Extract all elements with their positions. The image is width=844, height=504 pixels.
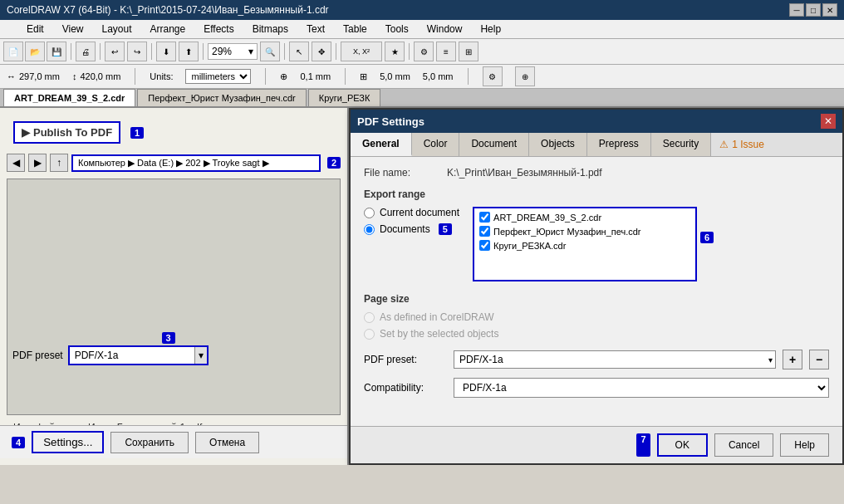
menu-bitmaps[interactable]: Bitmaps bbox=[248, 22, 293, 37]
import-btn[interactable]: ⬇ bbox=[156, 42, 176, 61]
menu-text[interactable]: Text bbox=[302, 22, 330, 37]
y-value: 5,0 mm bbox=[423, 71, 454, 81]
dialog-ok-btn[interactable]: OK bbox=[657, 433, 708, 457]
set-by-option: Set by the selected objects bbox=[364, 328, 829, 340]
dialog-cancel-btn[interactable]: Cancel bbox=[714, 433, 773, 457]
dtab-general[interactable]: General bbox=[351, 133, 412, 156]
menu-layout[interactable]: Layout bbox=[96, 22, 136, 37]
sep6 bbox=[336, 43, 336, 60]
menu-effects[interactable]: Effects bbox=[199, 22, 238, 37]
minimize-btn[interactable]: ─ bbox=[789, 3, 804, 17]
compatibility-row: Compatibility: PDF/X-1a bbox=[364, 378, 829, 398]
publish-to-pdf-btn[interactable]: ▶ Publish To PDF bbox=[13, 121, 120, 144]
dialog-help-btn[interactable]: Help bbox=[780, 433, 829, 457]
export-range-options: Current document Documents 5 bbox=[364, 207, 459, 235]
save-file-btn[interactable]: Сохранить bbox=[110, 432, 189, 453]
sep1 bbox=[71, 43, 71, 60]
dtab-prepress[interactable]: Prepress bbox=[587, 133, 651, 156]
menu-edit[interactable]: Edit bbox=[22, 22, 49, 37]
dtab-security[interactable]: Security bbox=[651, 133, 711, 156]
dialog-preset-label: PDF preset: bbox=[364, 354, 447, 365]
dialog-filename-value: K:\_Print\Иван_Безымянный-1.pdf bbox=[447, 167, 829, 179]
redo-btn[interactable]: ↪ bbox=[127, 42, 147, 61]
nav-fwd-btn[interactable]: ▶ bbox=[28, 154, 47, 172]
dtab-issue[interactable]: ⚠ 1 Issue bbox=[711, 133, 773, 156]
dialog-title-text: PDF Settings bbox=[357, 115, 424, 128]
layout-btn[interactable]: ⊞ bbox=[459, 42, 478, 61]
menu-help[interactable]: Help bbox=[475, 22, 506, 37]
new-btn[interactable]: 📄 bbox=[3, 42, 23, 61]
nav-path: Компьютер ▶ Data (E:) ▶ 202 ▶ Troyke sag… bbox=[71, 154, 321, 172]
export-btn[interactable]: ⬆ bbox=[179, 42, 199, 61]
current-doc-radio[interactable] bbox=[364, 208, 375, 218]
x-coord: X, X² bbox=[341, 42, 382, 61]
menu-window[interactable]: Window bbox=[422, 22, 468, 37]
preset-dropdown-arrow[interactable]: ▾ bbox=[194, 347, 207, 364]
as-defined-label: As defined in CorelDRAW bbox=[380, 311, 494, 323]
align-btn[interactable]: ≡ bbox=[436, 42, 456, 61]
page-size-options: As defined in CorelDRAW Set by the selec… bbox=[364, 311, 829, 340]
save-toolbar-btn[interactable]: 💾 bbox=[47, 42, 66, 61]
ruler-add-btn[interactable]: ⊕ bbox=[515, 66, 535, 86]
tab-krugi[interactable]: Круги_РЕЗК bbox=[308, 89, 381, 106]
dialog-preset-select[interactable]: PDF/X-1a bbox=[454, 350, 776, 369]
height-icon: ↕ bbox=[72, 71, 77, 81]
publish-icon: ▶ bbox=[22, 126, 30, 139]
pdf-preset-input[interactable] bbox=[70, 347, 194, 364]
dialog-close-btn[interactable]: ✕ bbox=[821, 114, 836, 129]
zoom-out-btn[interactable]: 🔍 bbox=[260, 42, 280, 61]
ruler-settings-btn[interactable]: ⚙ bbox=[483, 66, 503, 86]
cancel-file-btn[interactable]: Отмена bbox=[195, 432, 259, 453]
undo-btn[interactable]: ↩ bbox=[105, 42, 125, 61]
menu-file[interactable] bbox=[3, 27, 13, 31]
sep7 bbox=[409, 43, 410, 60]
dtab-objects[interactable]: Objects bbox=[529, 133, 587, 156]
preset-remove-btn[interactable]: − bbox=[809, 350, 829, 369]
menu-arrange[interactable]: Arrange bbox=[145, 22, 191, 37]
doc-check-0[interactable] bbox=[479, 212, 490, 223]
open-btn[interactable]: 📂 bbox=[25, 42, 45, 61]
units-select[interactable]: millimeters bbox=[185, 69, 251, 84]
documents-option[interactable]: Documents 5 bbox=[364, 223, 459, 235]
compat-select[interactable]: PDF/X-1a bbox=[454, 378, 829, 398]
dtab-color[interactable]: Color bbox=[412, 133, 460, 156]
doc-check-2[interactable] bbox=[479, 240, 490, 251]
tab-perfect[interactable]: Перфект_Юрист Музафин_печ.cdr bbox=[137, 89, 306, 106]
cursor-btn[interactable]: ↖ bbox=[289, 42, 309, 61]
pdf-preset-row: PDF preset: PDF/X-1a ▾ + − bbox=[364, 350, 829, 369]
width-value: 297,0 mm bbox=[19, 71, 60, 81]
dtab-document[interactable]: Document bbox=[459, 133, 529, 156]
ruler-sep4 bbox=[468, 68, 469, 85]
pdf-preset-left-label: PDF preset bbox=[12, 350, 63, 361]
zoom-value: 29% bbox=[212, 46, 232, 57]
properties-btn[interactable]: ⚙ bbox=[414, 42, 434, 61]
menu-tools[interactable]: Tools bbox=[380, 22, 414, 37]
doc-check-1[interactable] bbox=[479, 226, 490, 237]
close-btn[interactable]: ✕ bbox=[822, 3, 837, 17]
nav-up-btn[interactable]: ↑ bbox=[50, 154, 68, 172]
window-title: CorelDRAW X7 (64-Bit) - K:\_Print\2015-0… bbox=[7, 4, 329, 16]
issue-label: 1 Issue bbox=[732, 139, 764, 150]
tab-art-dream[interactable]: ART_DREAM_39_S_2.cdr bbox=[3, 89, 135, 106]
save-dialog: ▶ Publish To PDF 1 ◀ ▶ ↑ Компьютер ▶ Dat… bbox=[0, 108, 349, 465]
sep2 bbox=[100, 43, 101, 60]
nav-back-btn[interactable]: ◀ bbox=[7, 154, 25, 172]
menu-view[interactable]: View bbox=[57, 22, 89, 37]
star-btn[interactable]: ★ bbox=[385, 42, 405, 61]
preset-add-btn[interactable]: + bbox=[783, 350, 802, 369]
maximize-btn[interactable]: □ bbox=[806, 3, 821, 17]
documents-radio[interactable] bbox=[364, 224, 375, 235]
doc-list-item: ART_DREAM_39_S_2.cdr bbox=[476, 210, 694, 224]
doc-label-1: Перфект_Юрист Музафин_печ.cdr bbox=[493, 227, 640, 237]
move-btn[interactable]: ✥ bbox=[312, 42, 331, 61]
sep4 bbox=[203, 43, 204, 60]
ruler-bar: ↔ 297,0 mm ↕ 420,0 mm Units: millimeters… bbox=[0, 65, 844, 89]
print-btn[interactable]: 🖨 bbox=[76, 42, 96, 61]
zoom-box[interactable]: 29% ▾ bbox=[208, 43, 258, 60]
settings-btn[interactable]: Settings... bbox=[32, 431, 104, 453]
doc-list-box[interactable]: ART_DREAM_39_S_2.cdr Перфект_Юрист Музаф… bbox=[473, 207, 697, 281]
current-doc-option[interactable]: Current document bbox=[364, 207, 459, 218]
menu-table[interactable]: Table bbox=[338, 22, 372, 37]
badge-2: 2 bbox=[327, 157, 341, 169]
badge-7: 7 bbox=[636, 433, 650, 457]
